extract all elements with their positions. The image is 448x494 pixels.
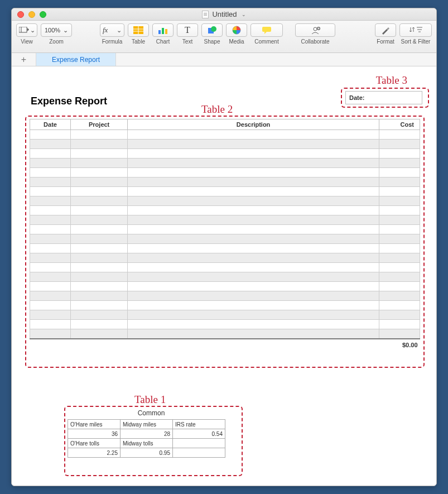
table-cell[interactable]: 36	[68, 429, 121, 439]
total-cell[interactable]: $0.00	[30, 339, 420, 348]
table-cell[interactable]	[128, 291, 379, 301]
table-cell[interactable]: 28	[121, 429, 173, 439]
table-cell[interactable]	[128, 244, 379, 253]
col-description-header[interactable]: Description	[128, 119, 379, 130]
table-cell[interactable]	[30, 263, 71, 272]
table-cell[interactable]	[379, 282, 420, 291]
table-cell[interactable]	[71, 149, 128, 159]
table-cell[interactable]	[30, 282, 71, 291]
canvas[interactable]: Expense Report Table 3 Date: Table 2 Dat…	[12, 66, 436, 486]
table-cell[interactable]	[30, 320, 71, 329]
table-cell[interactable]	[128, 263, 379, 272]
table-cell[interactable]	[379, 130, 420, 140]
col-cost-header[interactable]: Cost	[379, 119, 420, 130]
table-cell[interactable]	[379, 206, 420, 215]
table-cell[interactable]	[379, 196, 420, 206]
media-button[interactable]	[226, 23, 247, 37]
table-cell[interactable]	[30, 178, 71, 187]
table-cell[interactable]	[71, 168, 128, 178]
table-cell[interactable]	[71, 196, 128, 206]
window-title[interactable]: Untitled ⌄	[12, 10, 436, 18]
table-cell[interactable]	[30, 291, 71, 301]
table-cell[interactable]	[71, 272, 128, 282]
shape-button[interactable]	[201, 23, 223, 37]
table-cell[interactable]	[30, 187, 71, 196]
expense-table[interactable]: Date Project Description Cost $0.00	[30, 119, 420, 348]
table-cell[interactable]	[71, 329, 128, 339]
table-cell[interactable]	[379, 329, 420, 339]
table-cell[interactable]	[379, 225, 420, 234]
table-cell[interactable]	[30, 168, 71, 178]
table-cell[interactable]	[71, 187, 128, 196]
table-cell[interactable]	[30, 196, 71, 206]
table-cell[interactable]	[30, 272, 71, 282]
table-cell[interactable]	[128, 206, 379, 215]
table-cell[interactable]	[71, 225, 128, 234]
common-table[interactable]: O'Hare miles Midway miles IRS rate 36 28…	[68, 419, 225, 458]
table-cell[interactable]	[128, 168, 379, 178]
table-cell[interactable]	[379, 187, 420, 196]
col-project-header[interactable]: Project	[71, 119, 128, 130]
table-cell[interactable]	[128, 234, 379, 244]
table-cell[interactable]	[128, 253, 379, 263]
col-date-header[interactable]: Date	[30, 119, 71, 130]
table-cell[interactable]	[128, 301, 379, 310]
table-cell[interactable]	[30, 149, 71, 159]
comment-button[interactable]	[251, 23, 283, 37]
table-cell[interactable]	[71, 140, 128, 149]
table-cell[interactable]	[71, 282, 128, 291]
table-cell[interactable]	[379, 159, 420, 168]
sheet-tab-expense-report[interactable]: Expense Report	[36, 53, 116, 66]
table-cell[interactable]	[71, 253, 128, 263]
table-cell[interactable]	[379, 215, 420, 225]
table-cell[interactable]	[379, 310, 420, 320]
table-cell[interactable]	[71, 215, 128, 225]
table-cell[interactable]	[128, 159, 379, 168]
table-cell[interactable]	[30, 329, 71, 339]
table-cell[interactable]	[379, 234, 420, 244]
table-cell[interactable]	[379, 301, 420, 310]
table-cell[interactable]: O'Hare tolls	[68, 439, 121, 448]
table-cell[interactable]	[128, 272, 379, 282]
table-cell[interactable]	[71, 178, 128, 187]
table-cell[interactable]	[30, 301, 71, 310]
text-button[interactable]: T	[177, 23, 198, 37]
table-cell[interactable]: IRS rate	[173, 420, 225, 429]
table-cell[interactable]	[128, 140, 379, 149]
table-cell[interactable]	[71, 291, 128, 301]
table-cell[interactable]	[71, 320, 128, 329]
table-cell[interactable]: Midway miles	[121, 420, 173, 429]
table-cell[interactable]	[379, 178, 420, 187]
zoom-button[interactable]: 100% ⌄	[41, 23, 72, 37]
table-cell[interactable]	[71, 159, 128, 168]
table-cell[interactable]: O'Hare miles	[68, 420, 121, 429]
table-cell[interactable]	[71, 310, 128, 320]
table-cell[interactable]	[71, 206, 128, 215]
table-cell[interactable]	[128, 196, 379, 206]
formula-button[interactable]: fx ⌄	[100, 23, 124, 37]
chart-button[interactable]	[152, 23, 174, 37]
table-cell[interactable]	[30, 244, 71, 253]
table-cell[interactable]	[30, 225, 71, 234]
table-cell[interactable]	[379, 244, 420, 253]
table-cell[interactable]	[173, 448, 225, 458]
table-cell[interactable]	[128, 215, 379, 225]
table-cell[interactable]	[379, 140, 420, 149]
view-button[interactable]: ⌄	[16, 23, 37, 37]
table-cell[interactable]	[30, 159, 71, 168]
table-cell[interactable]	[128, 130, 379, 140]
table-cell[interactable]	[379, 291, 420, 301]
sort-filter-button[interactable]	[399, 23, 432, 37]
table-cell[interactable]	[30, 130, 71, 140]
table-cell[interactable]	[128, 282, 379, 291]
table-cell[interactable]	[128, 187, 379, 196]
table-cell[interactable]	[379, 272, 420, 282]
table-cell[interactable]	[379, 263, 420, 272]
table-cell[interactable]	[128, 320, 379, 329]
table-cell[interactable]	[128, 178, 379, 187]
table-cell[interactable]	[128, 310, 379, 320]
table-cell[interactable]	[71, 244, 128, 253]
collaborate-button[interactable]	[295, 23, 335, 37]
table-cell[interactable]	[30, 310, 71, 320]
date-field[interactable]: Date:	[345, 91, 422, 104]
